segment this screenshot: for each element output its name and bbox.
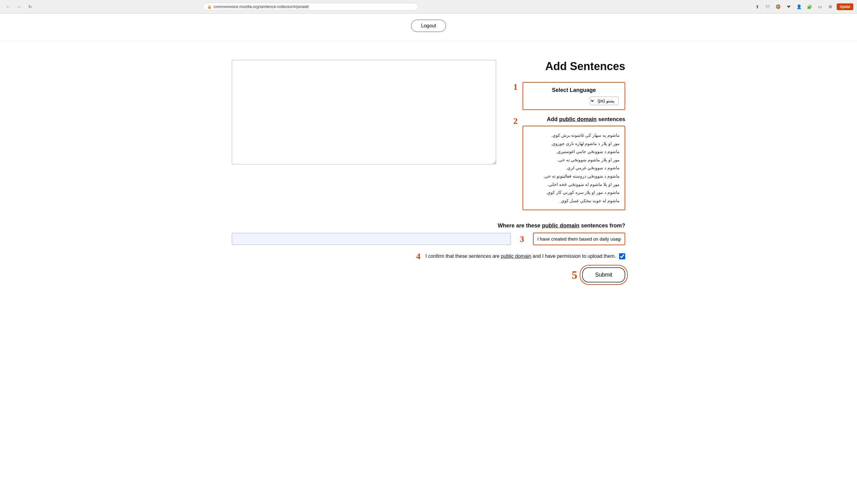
sentences-section-header: Add public domain sentences [523, 116, 625, 123]
bottom-section: Where are these public domain sentences … [232, 222, 625, 282]
update-button[interactable]: Updat [837, 3, 853, 10]
source-question: Where are these public domain sentences … [232, 222, 625, 229]
profile-button[interactable]: 👤 [795, 2, 804, 11]
language-box-title: Select Language [529, 87, 619, 94]
confirm-row: 4 I confirm that these sentences are pub… [232, 251, 625, 261]
logout-button[interactable]: Logout [411, 20, 446, 32]
sentence-5: ماشوم د ښوونځي غرمي لري. [528, 164, 620, 172]
step3-number: 3 [516, 234, 528, 244]
step2-wrapper: 2 Add public domain sentences ماشوم په س… [508, 116, 625, 210]
right-col: Add Sentences 1 Select Language پښتو (ps… [508, 60, 625, 213]
forward-button[interactable]: → [15, 2, 23, 11]
address-bar[interactable]: 🔒 commonvoice.mozilla.org/sentence-colle… [203, 3, 418, 11]
sentence-6: ماشوم د ښوونځي دروسته فعاليتونو ته خي. [528, 172, 620, 180]
main-area: Add Sentences 1 Select Language پښتو (ps… [232, 60, 625, 213]
submit-button[interactable]: Submit [582, 267, 625, 282]
step5-number: 5 [572, 269, 577, 282]
source-input-right[interactable] [533, 233, 625, 245]
brave-shield-button[interactable]: 🛡 [763, 2, 772, 11]
left-col [232, 60, 496, 164]
sentence-7: مور او پلا ماشوم له ښوونځي ځخه اخلي. [528, 180, 620, 189]
back-button[interactable]: ← [4, 2, 12, 11]
sentence-4: مور او پلار ماشوم ښوونځي ته خي. [528, 156, 620, 164]
language-select-wrapper: پښتو (ps) [529, 97, 619, 105]
sentence-3: ماشوم د ښوونځي جامي اغوستيږي. [528, 148, 620, 156]
example-sentences-box: ماشوم په سهار کې غاښونه برش کوي. مور او … [523, 126, 625, 210]
submit-row: 5 Submit [232, 267, 625, 282]
submit-btn-wrapper: Submit [582, 267, 625, 282]
page-content: Add Sentences 1 Select Language پښتو (ps… [213, 54, 644, 301]
sentence-1: ماشوم په سهار کې غاښونه برش کوي. [528, 131, 620, 139]
sentence-8: ماشوم د مور او پلار سره کورني کار کوي. [528, 188, 620, 197]
language-box: Select Language پښتو (ps) [523, 82, 625, 110]
source-input-left[interactable] [232, 233, 511, 245]
extension-button[interactable]: 🧩 [805, 2, 814, 11]
sentence-2: مور او پلار د ماشوم لهاره ناری جوروي. [528, 139, 620, 148]
pocket-button[interactable]: ❤ [785, 2, 793, 11]
confirm-text: I confirm that these sentences are publi… [425, 254, 616, 259]
language-select[interactable]: پښتو (ps) [590, 97, 619, 105]
browser-right-icons: ⬆ 🛡 🦁 ❤ 👤 🧩 ▭ ⚙ Updat [753, 2, 853, 11]
reload-button[interactable]: ↻ [26, 2, 34, 11]
step1-row: 1 Select Language پښتو (ps) [508, 82, 625, 110]
brave-button[interactable]: 🦁 [774, 2, 783, 11]
confirm-checkbox[interactable] [619, 253, 625, 259]
step2-right: Add public domain sentences ماشوم په سها… [523, 116, 625, 210]
browser-chrome: ← → ↻ 🔒 commonvoice.mozilla.org/sentence… [0, 0, 857, 14]
step1-number: 1 [508, 82, 518, 92]
step2-number: 2 [508, 116, 518, 126]
source-input-row: 3 [232, 233, 625, 245]
step4-number: 4 [416, 251, 420, 261]
settings-button[interactable]: ⚙ [826, 2, 835, 11]
header-area: Logout [0, 14, 857, 41]
address-text: commonvoice.mozilla.org/sentence-collect… [214, 4, 308, 9]
sentence-9: ماشوم له خوبه مخکې غسل کوي. [528, 197, 620, 205]
sidebar-button[interactable]: ▭ [816, 2, 824, 11]
sentences-textarea[interactable] [232, 60, 496, 164]
lock-icon: 🔒 [207, 5, 212, 9]
share-button[interactable]: ⬆ [753, 2, 762, 11]
page-title: Add Sentences [508, 60, 625, 73]
